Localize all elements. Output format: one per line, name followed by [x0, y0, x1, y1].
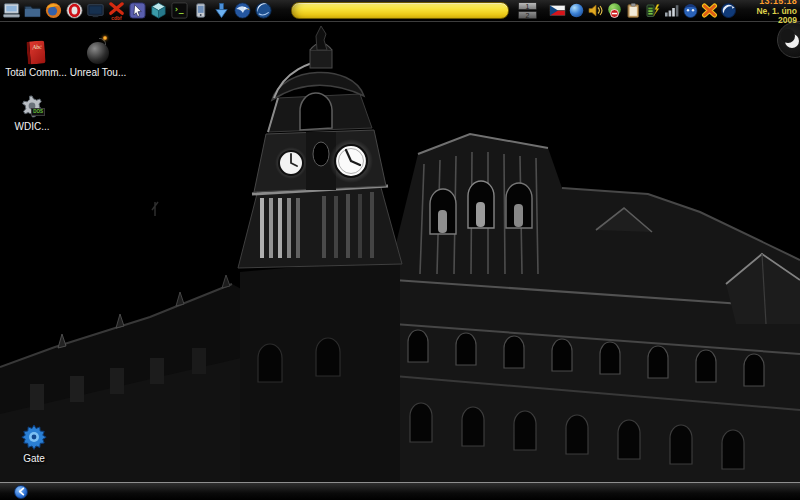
desktop-icon-label: Unreal Tou...: [66, 67, 130, 78]
opera-icon[interactable]: [65, 1, 84, 20]
virtualbox-icon[interactable]: [149, 1, 168, 20]
computer-icon[interactable]: [2, 1, 21, 20]
remote-cursor-icon[interactable]: [128, 1, 147, 20]
back-button[interactable]: [14, 485, 28, 499]
wallpaper-city-hall: [0, 22, 800, 482]
system-tray: [549, 2, 737, 19]
red-book-icon: Abc: [26, 40, 46, 64]
cdbf-label: cdbf: [107, 16, 126, 21]
pager-desktop-2[interactable]: 2: [518, 11, 537, 19]
bomb-icon: [87, 42, 109, 64]
desktop-icon-label: Total Comm...: [4, 67, 68, 78]
top-panel: cdbf ›_: [0, 0, 800, 22]
gear-dos-icon: DOS: [20, 94, 44, 118]
desktop-icon-gate[interactable]: Gate: [2, 424, 66, 464]
globe-browser-icon[interactable]: [254, 1, 273, 20]
terminal-icon[interactable]: ›_: [170, 1, 189, 20]
desktop-icon-label: WDIC...: [0, 121, 64, 132]
book-text: Abc: [29, 43, 44, 50]
desktop-icon-total-commander[interactable]: Abc Total Comm...: [4, 38, 68, 78]
czech-flag-icon[interactable]: [549, 2, 566, 19]
network-ball-icon[interactable]: [568, 2, 585, 19]
firefox-icon[interactable]: [44, 1, 63, 20]
browser-swoosh-icon[interactable]: [720, 2, 737, 19]
bottom-panel: [0, 482, 800, 500]
desktop-icon-wdic[interactable]: DOS WDIC...: [0, 92, 64, 132]
no-entry-status-icon[interactable]: [606, 2, 623, 19]
clock-date: Ne, 1. úno 2009: [737, 7, 797, 24]
signal-bars-icon[interactable]: [663, 2, 680, 19]
power-battery-icon[interactable]: [644, 2, 661, 19]
orange-x-icon[interactable]: [701, 2, 718, 19]
desktop-screen: cdbf ›_: [0, 0, 800, 500]
cashew-crescent: [785, 34, 799, 48]
desktop-pager: 1 2: [518, 2, 537, 19]
back-arrow-icon: [17, 487, 26, 496]
mobile-device-icon[interactable]: [191, 1, 210, 20]
desktop-icon-label: Gate: [2, 453, 66, 464]
blue-gear-icon: [21, 424, 47, 450]
messenger-face-icon[interactable]: [682, 2, 699, 19]
terminal-prompt: ›_: [174, 5, 184, 14]
thunderbird-icon[interactable]: [233, 1, 252, 20]
desktop-area: Abc Total Comm... Unreal Tou... DOS WDIC…: [0, 22, 800, 482]
volume-icon[interactable]: [587, 2, 604, 19]
dos-badge: DOS: [31, 108, 45, 116]
launcher-area: cdbf ›_: [0, 1, 273, 20]
desktop-icon-unreal-tournament[interactable]: Unreal Tou...: [66, 38, 130, 78]
download-arrow-icon[interactable]: [212, 1, 231, 20]
folder-icon[interactable]: [23, 1, 42, 20]
pager-desktop-1[interactable]: 1: [518, 2, 537, 10]
monitor-icon[interactable]: [86, 1, 105, 20]
taskbar-window-button[interactable]: [291, 2, 509, 19]
clipboard-icon[interactable]: [625, 2, 642, 19]
clock[interactable]: 13:15:18 Ne, 1. úno 2009: [737, 0, 800, 24]
cdbf-red-x-icon[interactable]: cdbf: [107, 1, 126, 20]
